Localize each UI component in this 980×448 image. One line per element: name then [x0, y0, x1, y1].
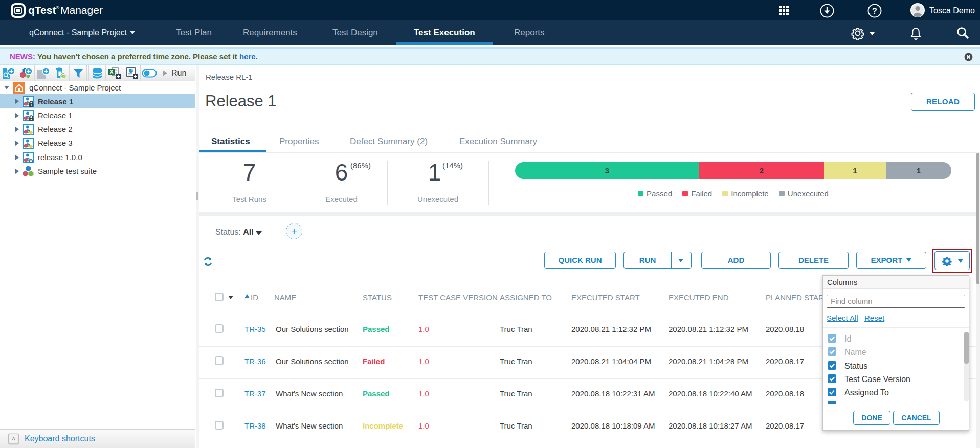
svg-text:X: X: [109, 69, 113, 75]
svg-text:A: A: [12, 436, 15, 441]
svg-text:?: ?: [872, 7, 877, 15]
